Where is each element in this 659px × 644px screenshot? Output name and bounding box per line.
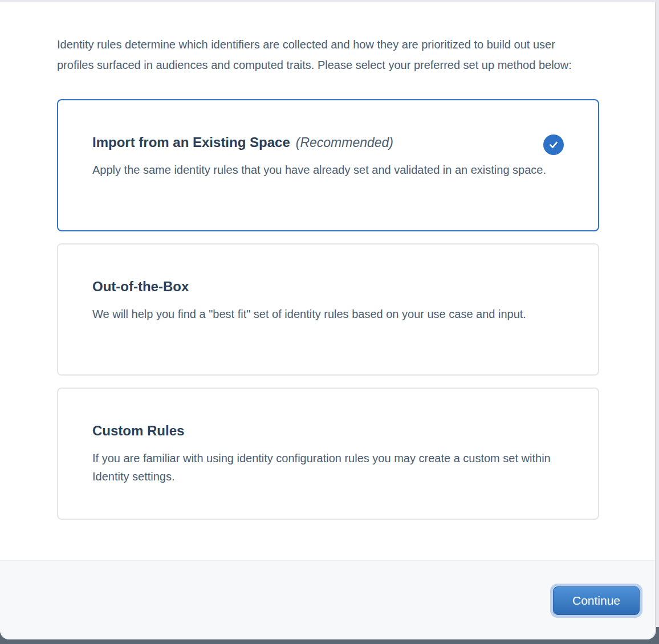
check-icon [548,139,559,150]
screen: Identity rules determine which identifie… [0,0,659,644]
option-title-row: Out-of-the-Box [92,278,564,296]
continue-button[interactable]: Continue [553,586,640,615]
intro-text: Identity rules determine which identifie… [57,34,593,75]
option-card-import-existing-space[interactable]: Import from an Existing Space (Recommend… [57,99,599,231]
option-card-out-of-the-box[interactable]: Out-of-the-Box We will help you find a "… [57,243,599,376]
selected-indicator [543,134,564,155]
option-title-row: Import from an Existing Space (Recommend… [92,133,564,152]
option-title: Import from an Existing Space [92,133,290,152]
recommended-badge: (Recommended) [296,135,393,150]
option-title: Custom Rules [92,422,184,440]
option-description: We will help you find a "best fit" set o… [92,305,564,323]
modal-body: Identity rules determine which identifie… [0,2,655,560]
option-card-custom-rules[interactable]: Custom Rules If you are familiar with us… [57,388,599,520]
option-description: Apply the same identity rules that you h… [92,161,564,179]
option-description: If you are familiar with using identity … [92,449,564,486]
option-title: Out-of-the-Box [92,278,189,296]
identity-setup-modal: Identity rules determine which identifie… [0,2,656,639]
option-title-row: Custom Rules [92,422,564,440]
modal-footer: Continue [0,560,655,639]
